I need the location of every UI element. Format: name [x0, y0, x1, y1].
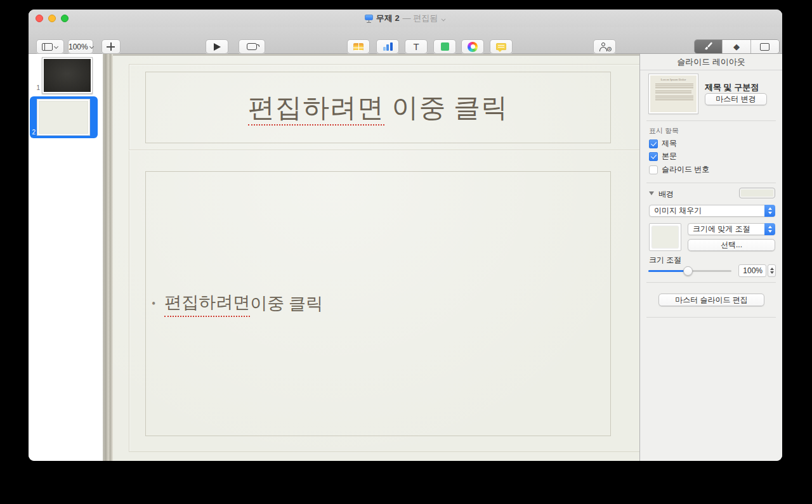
checkbox-checked[interactable] [649, 139, 658, 148]
spellcheck-underlined-text: 편집하려면 [164, 291, 250, 317]
scale-value-field[interactable]: 100% [738, 264, 766, 277]
zoom-value: 100% [69, 42, 88, 51]
slide-thumbnail-2[interactable] [37, 99, 90, 136]
bullet-glyph: • [152, 297, 155, 311]
format-inspector: 슬라이드 레이아웃 Lorem Ipsum Dolor 제목 및 구분점 마스터… [639, 54, 782, 461]
screenshot-stage: 무제 2 — 편집됨 보기 100% 확대/축소 슬라이드 추가 재생 [0, 0, 812, 504]
checkbox-unchecked[interactable] [649, 165, 658, 174]
document-tab[interactable] [751, 40, 779, 53]
diamond-icon: ◆ [733, 42, 740, 51]
background-label: 배경 [658, 189, 674, 200]
slide-rule-decoration [129, 150, 639, 150]
body-placeholder[interactable]: •편집하려면 이중 클릭 [145, 171, 611, 436]
spellcheck-underlined-text: 편집하려면 [248, 93, 384, 126]
master-thumb-lines [655, 84, 693, 89]
fill-type-dropdown[interactable]: 이미지 채우기 [649, 205, 775, 217]
window-title-area[interactable]: 무제 2 — 편집됨 [29, 10, 782, 27]
page-edge-shading [103, 54, 113, 461]
display-icon [247, 43, 257, 50]
slide-thumbnail-2-selected[interactable]: 2 [30, 96, 98, 138]
slide-number-checkbox-row[interactable]: 슬라이드 번호 [649, 164, 709, 175]
dropdown-arrows-icon [764, 205, 775, 217]
title-checkbox-row[interactable]: 제목 [649, 138, 677, 149]
slider-thumb[interactable] [683, 266, 693, 276]
add-person-icon: + [599, 42, 610, 51]
background-image-well[interactable] [649, 223, 681, 251]
scale-slider[interactable] [648, 270, 731, 272]
text-icon: T [413, 42, 419, 51]
scale-mode-dropdown[interactable]: 크기에 맞게 조절 [688, 223, 775, 235]
inspector-segmented-control: ◆ [694, 39, 780, 54]
inspector-header: 슬라이드 레이아웃 [640, 54, 782, 70]
edit-master-slide-button[interactable]: 마스터 슬라이드 편집 [658, 294, 764, 306]
plus-icon [107, 42, 115, 51]
master-thumb-lines [655, 96, 693, 101]
document-title: 무제 2 [376, 13, 400, 24]
checkbox-checked[interactable] [649, 152, 658, 161]
background-color-well[interactable] [739, 188, 775, 198]
chart-icon [383, 42, 393, 51]
title-bar: 무제 2 — 편집됨 [29, 10, 782, 27]
table-icon [353, 43, 363, 51]
master-name: 제목 및 구분점 [705, 82, 759, 93]
disclosure-triangle-icon[interactable] [649, 191, 654, 195]
title-text: 편집하려면 이중 클릭 [248, 90, 508, 126]
divider [646, 317, 776, 318]
divider [646, 183, 776, 183]
slide-thumbnail-1[interactable] [42, 57, 93, 94]
master-thumb-lines [655, 91, 691, 94]
animate-tab[interactable]: ◆ [723, 40, 750, 53]
view-layout-icon [42, 43, 53, 51]
shape-icon [441, 42, 449, 51]
keynote-window: 무제 2 — 편집됨 보기 100% 확대/축소 슬라이드 추가 재생 [29, 10, 782, 461]
keynote-document-icon [365, 15, 373, 23]
content-area: 1 2 편집하려면 이중 클릭 •편집하려면 이중 클릭 [29, 54, 782, 461]
divider [646, 120, 776, 121]
document-icon [760, 43, 769, 51]
choose-image-button[interactable]: 선택... [688, 239, 775, 251]
scale-stepper[interactable] [768, 264, 776, 277]
body-text: •편집하려면 이중 클릭 [152, 291, 323, 317]
change-master-button[interactable]: 마스터 변경 [705, 93, 767, 105]
dropdown-arrows-icon [764, 223, 775, 235]
title-chevron-icon[interactable] [442, 16, 446, 21]
play-icon [214, 43, 221, 51]
title-placeholder[interactable]: 편집하려면 이중 클릭 [145, 72, 611, 143]
brush-icon [704, 42, 713, 51]
master-slide-thumbnail[interactable]: Lorem Ipsum Dolor [649, 74, 698, 113]
slide-number-label: 1 [31, 84, 40, 91]
master-thumb-title: Lorem Ipsum Dolor [653, 78, 693, 81]
format-tab[interactable] [695, 40, 723, 53]
scale-label: 크기 조절 [649, 255, 681, 266]
body-checkbox-row[interactable]: 본문 [649, 151, 677, 162]
media-icon [468, 42, 478, 52]
divider [646, 282, 776, 283]
comment-icon [496, 43, 506, 50]
appearance-label: 표시 항목 [649, 126, 679, 136]
chevron-down-icon [55, 45, 58, 49]
document-edited-label: — 편집됨 [403, 13, 438, 24]
slide-editor[interactable]: 편집하려면 이중 클릭 •편집하려면 이중 클릭 [113, 56, 639, 461]
slide-navigator: 1 2 [29, 54, 103, 461]
slider-fill [648, 270, 688, 272]
slide-number-label: 2 [30, 129, 36, 136]
slide-canvas: 편집하려면 이중 클릭 •편집하려면 이중 클릭 [103, 54, 639, 461]
toolbar: 보기 100% 확대/축소 슬라이드 추가 재생 Keynote Live 표 [29, 27, 782, 54]
